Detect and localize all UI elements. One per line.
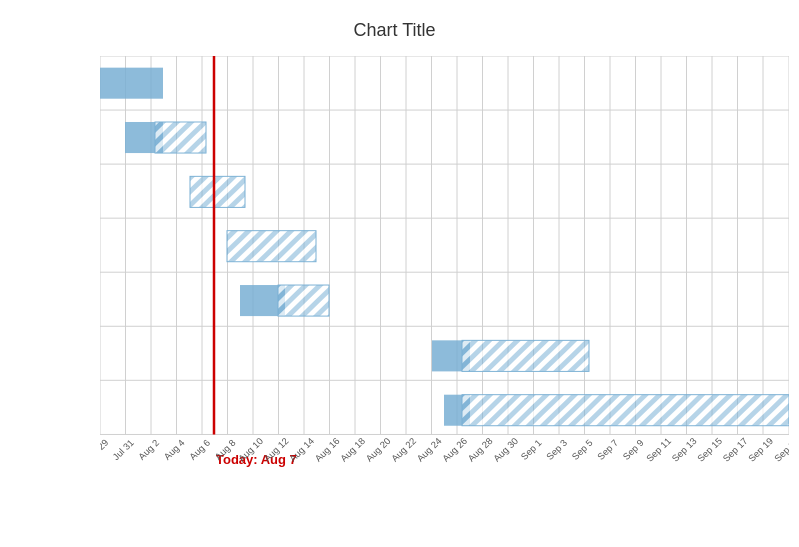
svg-text:Aug 4: Aug 4 [162,438,187,462]
chart-container: Chart Title [0,0,799,547]
svg-text:Aug 16: Aug 16 [313,436,341,464]
market-research-bar [100,68,163,99]
svg-text:Aug 2: Aug 2 [136,438,161,462]
svg-text:Jul 29: Jul 29 [100,438,110,462]
svg-text:Sep 13: Sep 13 [670,436,698,464]
chart-area: Today: Aug 7 Jul 29 Jul 31 Aug 2 Aug 4 A… [100,56,789,483]
chart-title: Chart Title [0,20,789,41]
core-features-bar [190,176,245,207]
svg-text:Sep 19: Sep 19 [747,436,775,464]
svg-text:Aug 28: Aug 28 [466,436,494,464]
wireframe-bar [227,231,316,262]
svg-text:Aug 14: Aug 14 [288,436,316,464]
svg-text:Sep 3: Sep 3 [544,438,569,462]
svg-text:Sep 15: Sep 15 [696,436,724,464]
gantt-chart: Today: Aug 7 Jul 29 Jul 31 Aug 2 Aug 4 A… [100,56,789,483]
svg-text:Aug 26: Aug 26 [441,436,469,464]
svg-text:Aug 30: Aug 30 [492,436,520,464]
svg-text:Aug 6: Aug 6 [187,438,212,462]
svg-text:Aug 22: Aug 22 [390,436,418,464]
svg-text:Jul 31: Jul 31 [111,438,136,462]
svg-text:Sep 7: Sep 7 [595,438,620,462]
strategy-bar-hatch [155,122,206,153]
svg-text:Sep 21: Sep 21 [773,436,789,464]
svg-text:Aug 18: Aug 18 [339,436,367,464]
svg-text:Sep 9: Sep 9 [621,438,646,462]
svg-text:Aug 20: Aug 20 [364,436,392,464]
svg-text:Sep 17: Sep 17 [721,436,749,464]
prototype-bar-hatch [278,285,329,316]
svg-text:Aug 24: Aug 24 [415,436,443,464]
svg-text:Sep 11: Sep 11 [645,436,673,464]
testing-bar-hatch [462,340,589,371]
launch-bar-hatch [462,395,789,426]
svg-text:Sep 5: Sep 5 [570,438,595,462]
svg-text:Sep 1: Sep 1 [519,438,544,462]
